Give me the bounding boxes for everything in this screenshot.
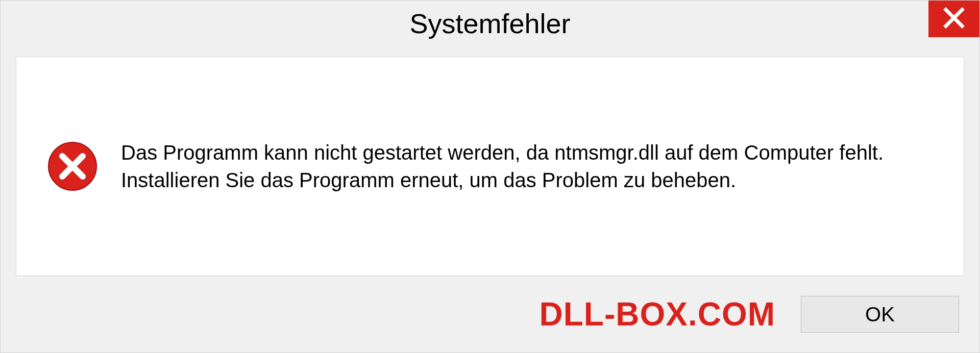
error-message: Das Programm kann nicht gestartet werden… bbox=[121, 139, 933, 194]
close-icon bbox=[943, 7, 965, 31]
error-icon bbox=[47, 141, 98, 192]
content-area: Das Programm kann nicht gestartet werden… bbox=[16, 57, 964, 276]
dialog-title: Systemfehler bbox=[409, 8, 570, 39]
title-bar: Systemfehler bbox=[1, 1, 979, 46]
error-dialog: Systemfehler Das Programm kann nicht ges… bbox=[0, 0, 980, 353]
close-button[interactable] bbox=[928, 1, 979, 37]
footer-bar: DLL-BOX.COM OK bbox=[1, 276, 979, 352]
ok-button[interactable]: OK bbox=[801, 296, 959, 333]
watermark-text: DLL-BOX.COM bbox=[540, 295, 776, 333]
